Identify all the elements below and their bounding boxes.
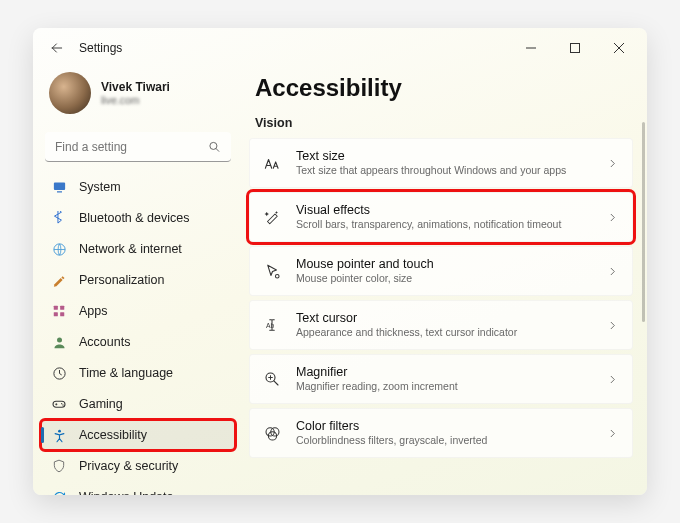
sidebar-item-system[interactable]: System [41,172,235,202]
sidebar: Vivek Tiwari live.com System Bluetooth &… [33,68,243,495]
card-filters[interactable]: Color filters Colorblindness filters, gr… [249,408,633,458]
card-cursor[interactable]: Ab Text cursor Appearance and thickness,… [249,300,633,350]
card-text: Color filters Colorblindness filters, gr… [296,418,593,448]
card-subtitle: Mouse pointer color, size [296,272,593,286]
svg-point-9 [57,337,62,342]
page-title: Accessibility [255,74,633,102]
personalize-icon [51,272,67,288]
search-input[interactable] [45,132,231,162]
svg-rect-5 [54,306,58,310]
avatar [49,72,91,114]
sidebar-item-label: Windows Update [79,490,174,495]
minimize-button[interactable] [509,32,553,64]
titlebar: Settings [33,28,647,68]
sidebar-item-label: Personalization [79,273,164,287]
card-title: Color filters [296,418,593,434]
window-title: Settings [79,41,122,55]
card-subtitle: Appearance and thickness, text cursor in… [296,326,593,340]
svg-rect-6 [60,306,64,310]
sidebar-item-network[interactable]: Network & internet [41,234,235,264]
close-icon [614,43,624,53]
gaming-icon [51,396,67,412]
sidebar-item-update[interactable]: Windows Update [41,482,235,495]
card-text: Mouse pointer and touch Mouse pointer co… [296,256,593,286]
svg-point-15 [275,274,279,278]
network-icon [51,241,67,257]
svg-point-12 [61,403,62,404]
section-label: Vision [255,116,633,130]
maximize-icon [570,43,580,53]
svg-rect-3 [57,191,62,192]
accessibility-icon [51,427,67,443]
chevron-right-icon [607,158,618,169]
filters-icon [262,423,282,443]
card-list: Text size Text size that appears through… [249,138,633,458]
card-title: Text size [296,148,593,164]
sidebar-item-label: Time & language [79,366,173,380]
sidebar-item-label: Privacy & security [79,459,178,473]
sidebar-item-bluetooth[interactable]: Bluetooth & devices [41,203,235,233]
svg-rect-2 [53,182,64,190]
sidebar-item-personalize[interactable]: Personalization [41,265,235,295]
mouse-icon [262,261,282,281]
svg-rect-8 [60,312,64,316]
card-effects[interactable]: Visual effects Scroll bars, transparency… [249,192,633,242]
magnifier-icon [262,369,282,389]
svg-text:Ab: Ab [266,322,275,329]
card-magnifier[interactable]: Magnifier Magnifier reading, zoom increm… [249,354,633,404]
chevron-right-icon [607,320,618,331]
close-button[interactable] [597,32,641,64]
svg-rect-11 [53,401,65,407]
search-container [45,132,231,162]
settings-window: Settings Vivek Tiwari live.com [33,28,647,495]
chevron-right-icon [607,428,618,439]
sidebar-item-label: System [79,180,121,194]
time-icon [51,365,67,381]
text-size-icon [262,153,282,173]
sidebar-item-privacy[interactable]: Privacy & security [41,451,235,481]
sidebar-item-label: Accessibility [79,428,147,442]
sidebar-item-apps[interactable]: Apps [41,296,235,326]
sidebar-item-label: Gaming [79,397,123,411]
card-subtitle: Scroll bars, transparency, animations, n… [296,218,593,232]
card-title: Magnifier [296,364,593,380]
chevron-right-icon [607,374,618,385]
search-icon [208,141,221,154]
profile-block[interactable]: Vivek Tiwari live.com [41,68,235,126]
sidebar-item-gaming[interactable]: Gaming [41,389,235,419]
card-text: Text size Text size that appears through… [296,148,593,178]
privacy-icon [51,458,67,474]
profile-email: live.com [101,94,170,106]
sidebar-item-label: Accounts [79,335,130,349]
card-text: Magnifier Magnifier reading, zoom increm… [296,364,593,394]
window-controls [509,32,641,64]
apps-icon [51,303,67,319]
minimize-icon [526,43,536,53]
svg-point-13 [62,404,63,405]
card-text-size[interactable]: Text size Text size that appears through… [249,138,633,188]
sidebar-item-label: Network & internet [79,242,182,256]
sidebar-item-accounts[interactable]: Accounts [41,327,235,357]
card-text: Visual effects Scroll bars, transparency… [296,202,593,232]
card-title: Mouse pointer and touch [296,256,593,272]
update-icon [51,489,67,495]
sidebar-item-label: Bluetooth & devices [79,211,190,225]
system-icon [51,179,67,195]
card-mouse[interactable]: Mouse pointer and touch Mouse pointer co… [249,246,633,296]
maximize-button[interactable] [553,32,597,64]
back-button[interactable] [39,30,75,66]
cursor-icon: Ab [262,315,282,335]
card-subtitle: Colorblindness filters, grayscale, inver… [296,434,593,448]
profile-name: Vivek Tiwari [101,80,170,94]
scrollbar[interactable] [642,122,645,322]
nav-list: System Bluetooth & devices Network & int… [41,172,235,495]
accounts-icon [51,334,67,350]
card-subtitle: Magnifier reading, zoom increment [296,380,593,394]
sidebar-item-time[interactable]: Time & language [41,358,235,388]
chevron-right-icon [607,212,618,223]
effects-icon [262,207,282,227]
bluetooth-icon [51,210,67,226]
card-title: Visual effects [296,202,593,218]
sidebar-item-accessibility[interactable]: Accessibility [41,420,235,450]
card-title: Text cursor [296,310,593,326]
